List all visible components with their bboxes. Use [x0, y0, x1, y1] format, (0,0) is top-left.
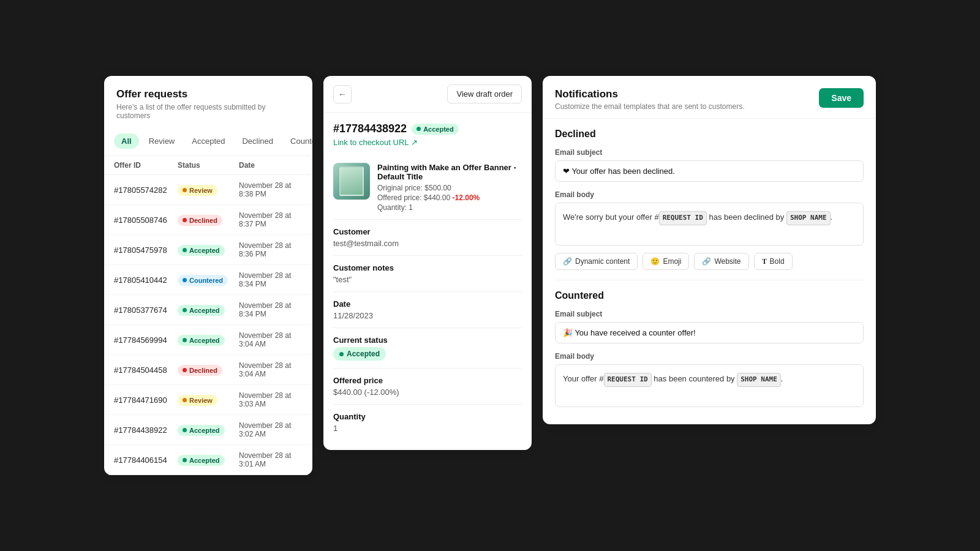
current-status-section: Current status Accepted [333, 328, 522, 369]
table-row[interactable]: #17784438922 Accepted November 28 at 3:0… [104, 415, 312, 445]
countered-shop-name-tag: SHOP NAME [737, 373, 781, 387]
table-row[interactable]: #17805410442 Countered November 28 at 8:… [104, 265, 312, 295]
customer-notes-label: Customer notes [333, 263, 522, 272]
quantity-label: Quantity [333, 412, 522, 421]
declined-body-box: We're sorry but your offer #REQUEST ID h… [555, 203, 864, 246]
emoji-button[interactable]: 🙂 Emoji [643, 253, 689, 270]
notifications-panel: Notifications Customize the email templa… [543, 76, 876, 424]
filter-all[interactable]: All [114, 133, 139, 149]
table-row[interactable]: #17784504458 Declined November 28 at 3:0… [104, 355, 312, 385]
filter-counter[interactable]: Counter [283, 133, 312, 149]
row-date: November 28 at 3:04 AM [239, 331, 303, 348]
offer-id: #17805574282 [114, 186, 178, 195]
date-label: Date [333, 299, 522, 309]
customer-section: Customer test@testmail.com [333, 220, 522, 256]
view-draft-order-button[interactable]: View draft order [447, 84, 522, 103]
table-row[interactable]: #17784569994 Accepted November 28 at 3:0… [104, 325, 312, 355]
offered-price-label: Offered price [333, 376, 522, 385]
offer-id: #17784504458 [114, 365, 178, 375]
bold-icon: 𝐓 [762, 257, 767, 266]
checkout-link[interactable]: Link to checkout URL ↗ [333, 138, 522, 147]
col-status: Status [178, 161, 239, 170]
notifications-title-group: Notifications Customize the email templa… [555, 88, 744, 111]
filter-accepted[interactable]: Accepted [184, 133, 232, 149]
table-row[interactable]: #17805508746 Declined November 28 at 8:3… [104, 205, 312, 235]
declined-toolbar: 🔗 Dynamic content 🙂 Emoji 🔗 Website 𝐓 Bo… [555, 253, 864, 270]
offer-number: #17784438922 Accepted [333, 122, 522, 135]
offer-status-badge: Accepted [412, 124, 459, 135]
quantity-section: Quantity 1 [333, 405, 522, 440]
table-row[interactable]: #17784471690 Review November 28 at 3:03 … [104, 385, 312, 415]
offer-requests-panel: Offer requests Here's a list of the offe… [104, 76, 312, 475]
row-date: November 28 at 3:02 AM [239, 421, 303, 438]
product-title: Painting with Make an Offer Banner - Def… [377, 163, 522, 181]
notifications-header: Notifications Customize the email templa… [543, 76, 876, 119]
notifications-subtitle: Customize the email templates that are s… [555, 102, 744, 111]
offer-id: #17805410442 [114, 276, 178, 285]
mid-panel-body: #17784438922 Accepted Link to checkout U… [323, 113, 532, 450]
product-image [333, 163, 370, 200]
offer-id: #17805377674 [114, 305, 178, 315]
offer-detail-panel: ← View draft order #17784438922 Accepted… [323, 76, 532, 450]
date-value: 11/28/2023 [333, 311, 522, 320]
row-date: November 28 at 8:34 PM [239, 271, 303, 288]
left-panel-title: Offer requests [116, 88, 300, 100]
row-date: November 28 at 3:01 AM [239, 451, 303, 468]
offer-id: #17784406154 [114, 455, 178, 465]
product-info: Painting with Make an Offer Banner - Def… [377, 163, 522, 212]
website-icon: 🔗 [702, 257, 711, 266]
customer-notes-value: "test" [333, 275, 522, 284]
declined-subject-input[interactable] [555, 160, 864, 182]
col-offer-id: Offer ID [114, 161, 178, 170]
shop-name-tag: SHOP NAME [786, 211, 831, 225]
countered-subject-label: Email subject [555, 310, 864, 318]
left-panel-subtitle: Here's a list of the offer requests subm… [116, 103, 300, 120]
current-status-label: Current status [333, 335, 522, 345]
offer-id: #17784438922 [114, 425, 178, 435]
table-row[interactable]: #17784406154 Accepted November 28 at 3:0… [104, 445, 312, 475]
countered-body-box: Your offer #REQUEST ID has been countere… [555, 364, 864, 407]
section-divider [555, 280, 864, 280]
row-date: November 28 at 8:36 PM [239, 241, 303, 258]
date-section: Date 11/28/2023 [333, 292, 522, 328]
offer-id: #17784471690 [114, 395, 178, 405]
left-panel-header: Offer requests Here's a list of the offe… [104, 76, 312, 126]
offered-price-value: $440.00 (-12.00%) [333, 388, 522, 397]
bold-button[interactable]: 𝐓 Bold [754, 253, 793, 270]
filter-review[interactable]: Review [141, 133, 183, 149]
product-quantity: Quantity: 1 [377, 203, 522, 212]
filter-bar: All Review Accepted Declined Counter ⇅ [104, 126, 312, 156]
col-date: Date [239, 161, 303, 170]
row-date: November 28 at 3:04 AM [239, 361, 303, 378]
row-date: November 28 at 3:03 AM [239, 391, 303, 408]
website-button[interactable]: 🔗 Website [694, 253, 748, 270]
table-row[interactable]: #17805475978 Accepted November 28 at 8:3… [104, 235, 312, 265]
current-status-badge: Accepted [333, 347, 386, 361]
request-id-tag: REQUEST ID [659, 211, 707, 225]
back-button[interactable]: ← [333, 85, 352, 103]
filter-declined[interactable]: Declined [235, 133, 281, 149]
offer-id: #17784569994 [114, 335, 178, 345]
offer-id: #17805475978 [114, 246, 178, 255]
product-card: Painting with Make an Offer Banner - Def… [333, 156, 522, 220]
countered-body-label: Email body [555, 352, 864, 361]
original-price: Original price: $500.00 [377, 184, 522, 192]
notifications-body: Declined Email subject Email body We're … [543, 119, 876, 424]
offer-id: #17805508746 [114, 216, 178, 225]
save-button[interactable]: Save [819, 88, 864, 108]
countered-section-title: Countered [555, 290, 864, 301]
countered-subject-input[interactable] [555, 322, 864, 343]
row-date: November 28 at 8:38 PM [239, 181, 303, 198]
declined-section-title: Declined [555, 129, 864, 140]
offered-price-section: Offered price $440.00 (-12.00%) [333, 369, 522, 405]
dynamic-content-button[interactable]: 🔗 Dynamic content [555, 253, 638, 270]
declined-subject-label: Email subject [555, 148, 864, 157]
mid-panel-header: ← View draft order [323, 76, 532, 113]
quantity-value: 1 [333, 424, 522, 433]
offered-price: Offered price: $440.00 -12.00% [377, 193, 522, 202]
emoji-icon: 🙂 [650, 257, 660, 266]
table-row[interactable]: #17805574282 Review November 28 at 8:38 … [104, 175, 312, 205]
table-row[interactable]: #17805377674 Accepted November 28 at 8:3… [104, 295, 312, 325]
customer-notes-section: Customer notes "test" [333, 256, 522, 292]
row-date: November 28 at 8:37 PM [239, 211, 303, 228]
